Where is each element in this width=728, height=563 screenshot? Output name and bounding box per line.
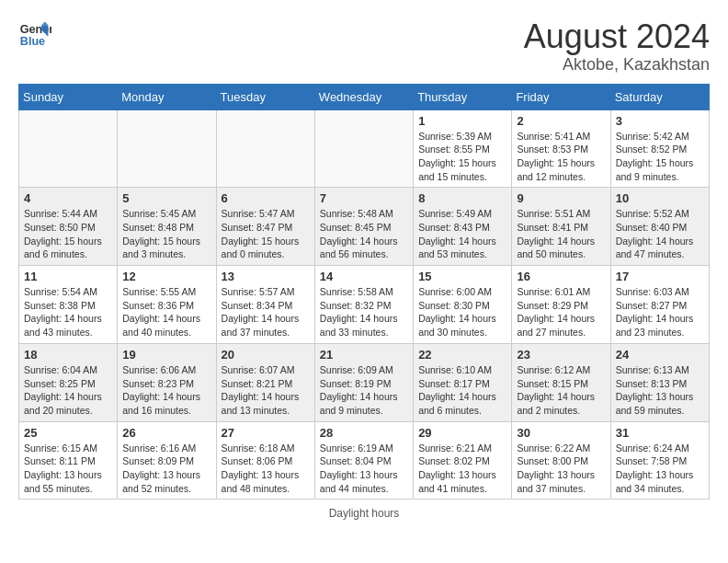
calendar-cell: 31Sunrise: 6:24 AM Sunset: 7:58 PM Dayli…: [610, 421, 709, 500]
day-info: Sunrise: 6:22 AM Sunset: 8:00 PM Dayligh…: [517, 442, 605, 496]
calendar-cell: 24Sunrise: 6:13 AM Sunset: 8:13 PM Dayli…: [610, 343, 709, 421]
calendar-cell: 29Sunrise: 6:21 AM Sunset: 8:02 PM Dayli…: [414, 421, 512, 500]
calendar-cell: [216, 109, 314, 188]
calendar-cell: 6Sunrise: 5:47 AM Sunset: 8:47 PM Daylig…: [216, 188, 314, 266]
day-info: Sunrise: 6:24 AM Sunset: 7:58 PM Dayligh…: [616, 442, 704, 496]
day-info: Sunrise: 6:06 AM Sunset: 8:23 PM Dayligh…: [122, 363, 210, 418]
day-info: Sunrise: 6:12 AM Sunset: 8:15 PM Dayligh…: [517, 363, 605, 418]
day-number: 9: [517, 191, 605, 205]
day-info: Sunrise: 5:44 AM Sunset: 8:50 PM Dayligh…: [24, 207, 112, 261]
title-block: August 2024 Aktobe, Kazakhstan: [524, 18, 710, 75]
day-info: Sunrise: 5:45 AM Sunset: 8:48 PM Dayligh…: [122, 207, 210, 261]
day-info: Sunrise: 6:16 AM Sunset: 8:09 PM Dayligh…: [122, 442, 210, 496]
calendar-cell: 19Sunrise: 6:06 AM Sunset: 8:23 PM Dayli…: [118, 343, 216, 421]
calendar-cell: 10Sunrise: 5:52 AM Sunset: 8:40 PM Dayli…: [610, 188, 709, 266]
calendar-cell: 25Sunrise: 6:15 AM Sunset: 8:11 PM Dayli…: [19, 421, 118, 500]
day-number: 2: [517, 114, 605, 128]
calendar-cell: 18Sunrise: 6:04 AM Sunset: 8:25 PM Dayli…: [19, 343, 118, 421]
day-info: Sunrise: 5:52 AM Sunset: 8:40 PM Dayligh…: [616, 207, 704, 261]
calendar-cell: [118, 109, 216, 188]
day-number: 27: [222, 426, 310, 440]
day-number: 15: [418, 270, 506, 283]
day-number: 5: [122, 191, 210, 205]
day-number: 6: [222, 191, 310, 205]
calendar-cell: 16Sunrise: 6:01 AM Sunset: 8:29 PM Dayli…: [512, 266, 610, 344]
day-info: Sunrise: 6:10 AM Sunset: 8:17 PM Dayligh…: [418, 363, 506, 418]
day-number: 7: [320, 191, 408, 205]
weekday-thursday: Thursday: [414, 84, 512, 109]
calendar-cell: 21Sunrise: 6:09 AM Sunset: 8:19 PM Dayli…: [314, 343, 413, 421]
day-info: Sunrise: 6:00 AM Sunset: 8:30 PM Dayligh…: [418, 285, 506, 339]
calendar-cell: 15Sunrise: 6:00 AM Sunset: 8:30 PM Dayli…: [414, 266, 512, 344]
day-info: Sunrise: 6:15 AM Sunset: 8:11 PM Dayligh…: [24, 442, 112, 496]
weekday-saturday: Saturday: [610, 84, 709, 109]
day-number: 12: [122, 270, 210, 283]
day-number: 4: [24, 191, 112, 205]
day-info: Sunrise: 6:03 AM Sunset: 8:27 PM Dayligh…: [616, 285, 704, 339]
calendar-cell: 2Sunrise: 5:41 AM Sunset: 8:53 PM Daylig…: [512, 109, 610, 188]
day-number: 26: [122, 426, 210, 440]
logo-icon: General Blue: [18, 18, 51, 52]
day-info: Sunrise: 6:04 AM Sunset: 8:25 PM Dayligh…: [24, 363, 112, 418]
day-number: 28: [320, 426, 408, 440]
location: Aktobe, Kazakhstan: [524, 55, 710, 75]
day-info: Sunrise: 6:01 AM Sunset: 8:29 PM Dayligh…: [517, 285, 605, 339]
day-number: 13: [222, 270, 310, 283]
day-number: 24: [616, 348, 704, 362]
page-header: General Blue August 2024 Aktobe, Kazakhs…: [18, 18, 710, 75]
week-row-3: 11Sunrise: 5:54 AM Sunset: 8:38 PM Dayli…: [19, 266, 710, 344]
calendar-cell: [314, 109, 413, 188]
calendar-cell: 28Sunrise: 6:19 AM Sunset: 8:04 PM Dayli…: [314, 421, 413, 500]
calendar-cell: 4Sunrise: 5:44 AM Sunset: 8:50 PM Daylig…: [19, 188, 118, 266]
week-row-4: 18Sunrise: 6:04 AM Sunset: 8:25 PM Dayli…: [19, 343, 710, 421]
day-info: Sunrise: 6:19 AM Sunset: 8:04 PM Dayligh…: [320, 442, 408, 496]
footer-note: Daylight hours: [18, 507, 710, 520]
calendar-cell: 5Sunrise: 5:45 AM Sunset: 8:48 PM Daylig…: [118, 188, 216, 266]
calendar-cell: 1Sunrise: 5:39 AM Sunset: 8:55 PM Daylig…: [414, 109, 512, 188]
day-number: 1: [418, 114, 506, 128]
weekday-monday: Monday: [118, 84, 216, 109]
day-number: 25: [24, 426, 112, 440]
day-info: Sunrise: 5:41 AM Sunset: 8:53 PM Dayligh…: [517, 130, 605, 184]
weekday-wednesday: Wednesday: [314, 84, 413, 109]
calendar-cell: 14Sunrise: 5:58 AM Sunset: 8:32 PM Dayli…: [314, 266, 413, 344]
day-info: Sunrise: 5:47 AM Sunset: 8:47 PM Dayligh…: [222, 207, 310, 261]
calendar-cell: 17Sunrise: 6:03 AM Sunset: 8:27 PM Dayli…: [610, 266, 709, 344]
day-number: 19: [122, 348, 210, 362]
svg-text:Blue: Blue: [20, 35, 45, 48]
day-info: Sunrise: 5:55 AM Sunset: 8:36 PM Dayligh…: [122, 285, 210, 339]
calendar-cell: 26Sunrise: 6:16 AM Sunset: 8:09 PM Dayli…: [118, 421, 216, 500]
day-number: 3: [616, 114, 704, 128]
day-number: 8: [418, 191, 506, 205]
day-number: 30: [517, 426, 605, 440]
weekday-sunday: Sunday: [19, 84, 118, 109]
calendar-cell: 12Sunrise: 5:55 AM Sunset: 8:36 PM Dayli…: [118, 266, 216, 344]
day-number: 20: [222, 348, 310, 362]
day-number: 17: [616, 270, 704, 283]
calendar-cell: 3Sunrise: 5:42 AM Sunset: 8:52 PM Daylig…: [610, 109, 709, 188]
week-row-2: 4Sunrise: 5:44 AM Sunset: 8:50 PM Daylig…: [19, 188, 710, 266]
day-info: Sunrise: 6:13 AM Sunset: 8:13 PM Dayligh…: [616, 363, 704, 418]
weekday-friday: Friday: [512, 84, 610, 109]
day-info: Sunrise: 5:57 AM Sunset: 8:34 PM Dayligh…: [222, 285, 310, 339]
day-info: Sunrise: 5:51 AM Sunset: 8:41 PM Dayligh…: [517, 207, 605, 261]
calendar-cell: 11Sunrise: 5:54 AM Sunset: 8:38 PM Dayli…: [19, 266, 118, 344]
day-number: 31: [616, 426, 704, 440]
calendar-cell: 27Sunrise: 6:18 AM Sunset: 8:06 PM Dayli…: [216, 421, 314, 500]
weekday-tuesday: Tuesday: [216, 84, 314, 109]
day-number: 16: [517, 270, 605, 283]
day-info: Sunrise: 5:48 AM Sunset: 8:45 PM Dayligh…: [320, 207, 408, 261]
calendar-table: SundayMondayTuesdayWednesdayThursdayFrid…: [18, 84, 710, 500]
week-row-1: 1Sunrise: 5:39 AM Sunset: 8:55 PM Daylig…: [19, 109, 710, 188]
logo: General Blue: [18, 18, 51, 52]
day-info: Sunrise: 6:07 AM Sunset: 8:21 PM Dayligh…: [222, 363, 310, 418]
day-number: 22: [418, 348, 506, 362]
day-info: Sunrise: 5:54 AM Sunset: 8:38 PM Dayligh…: [24, 285, 112, 339]
calendar-cell: [19, 109, 118, 188]
day-number: 18: [24, 348, 112, 362]
day-number: 21: [320, 348, 408, 362]
day-info: Sunrise: 6:09 AM Sunset: 8:19 PM Dayligh…: [320, 363, 408, 418]
day-info: Sunrise: 6:18 AM Sunset: 8:06 PM Dayligh…: [222, 442, 310, 496]
day-info: Sunrise: 5:49 AM Sunset: 8:43 PM Dayligh…: [418, 207, 506, 261]
calendar-cell: 20Sunrise: 6:07 AM Sunset: 8:21 PM Dayli…: [216, 343, 314, 421]
